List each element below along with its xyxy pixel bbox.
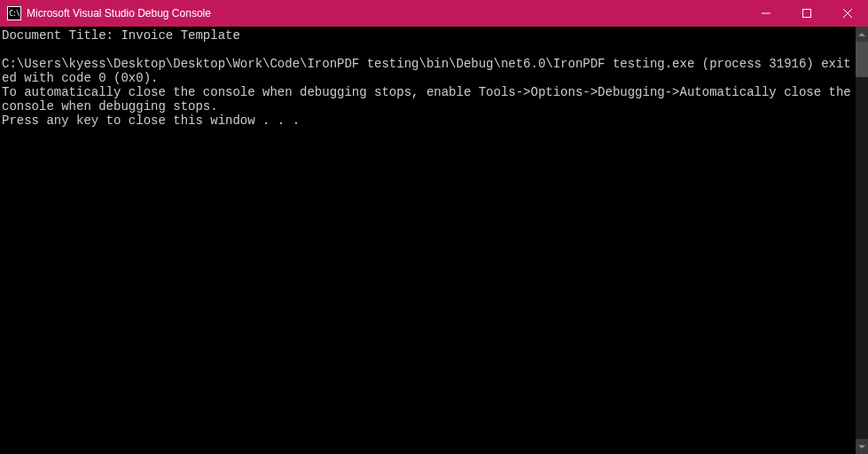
svg-rect-0 — [803, 10, 811, 18]
minimize-icon — [762, 9, 770, 18]
chevron-up-icon — [858, 33, 865, 36]
console-output[interactable]: Document Title: Invoice Template C:\User… — [0, 27, 856, 454]
chevron-down-icon — [858, 445, 865, 449]
close-icon — [843, 9, 852, 18]
close-button[interactable] — [827, 0, 868, 27]
maximize-button[interactable] — [786, 0, 827, 27]
content-area: Document Title: Invoice Template C:\User… — [0, 27, 868, 454]
scroll-up-arrow[interactable] — [856, 27, 868, 42]
app-icon: C:\ — [7, 6, 21, 20]
vertical-scrollbar[interactable] — [856, 27, 868, 454]
minimize-button[interactable] — [746, 0, 786, 27]
scroll-thumb[interactable] — [856, 42, 868, 77]
scroll-track[interactable] — [856, 42, 868, 439]
maximize-icon — [802, 9, 811, 18]
window-title: Microsoft Visual Studio Debug Console — [27, 7, 211, 20]
titlebar[interactable]: C:\ Microsoft Visual Studio Debug Consol… — [0, 0, 868, 27]
scroll-down-arrow[interactable] — [856, 439, 868, 454]
window: C:\ Microsoft Visual Studio Debug Consol… — [0, 0, 868, 454]
